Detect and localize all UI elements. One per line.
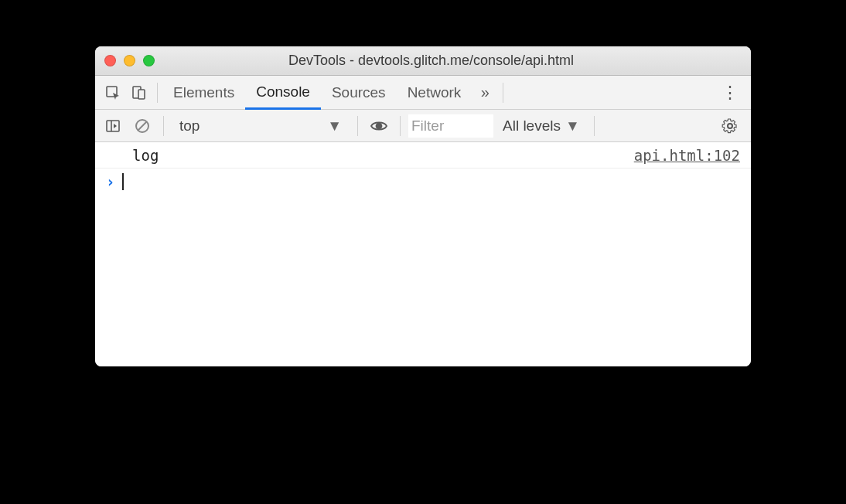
filter-input[interactable] [408, 114, 493, 138]
console-output: log api.html:102 › [95, 142, 751, 366]
titlebar: DevTools - devtools.glitch.me/console/ap… [95, 46, 751, 76]
devtools-window: DevTools - devtools.glitch.me/console/ap… [95, 46, 751, 366]
dropdown-caret-icon: ▼ [327, 117, 342, 135]
menu-kebab-icon[interactable]: ⋮ [714, 83, 746, 103]
clear-console-icon[interactable] [129, 113, 155, 139]
toggle-sidebar-icon[interactable] [100, 113, 126, 139]
svg-rect-3 [107, 121, 119, 131]
log-levels-selector[interactable]: All levels ▼ [496, 117, 586, 135]
divider [503, 83, 503, 103]
tab-sources[interactable]: Sources [321, 76, 397, 110]
divider [357, 116, 358, 136]
live-expression-eye-icon[interactable] [366, 113, 392, 139]
divider [163, 116, 164, 136]
prompt-caret-icon: › [106, 173, 114, 190]
divider [157, 83, 158, 103]
close-window-button[interactable] [104, 55, 116, 66]
console-prompt[interactable]: › [95, 169, 751, 195]
source-link[interactable]: api.html:102 [634, 147, 740, 164]
divider [400, 116, 401, 136]
context-value: top [179, 117, 200, 135]
more-tabs-icon[interactable]: » [472, 80, 498, 106]
window-title: DevTools - devtools.glitch.me/console/ap… [121, 53, 742, 69]
tab-network[interactable]: Network [397, 76, 472, 110]
console-toolbar: top ▼ All levels ▼ [95, 110, 751, 142]
divider [594, 116, 595, 136]
main-tabbar: Elements Console Sources Network » ⋮ [95, 76, 751, 110]
tab-elements[interactable]: Elements [162, 76, 245, 110]
log-message: log [132, 147, 159, 164]
svg-rect-2 [138, 90, 145, 99]
svg-line-6 [138, 121, 147, 130]
svg-point-7 [377, 123, 382, 128]
log-entry[interactable]: log api.html:102 [95, 142, 751, 169]
tab-console[interactable]: Console [245, 76, 321, 110]
device-toolbar-icon[interactable] [126, 80, 152, 106]
dropdown-caret-icon: ▼ [565, 117, 580, 135]
inspect-element-icon[interactable] [100, 80, 126, 106]
levels-label: All levels [503, 117, 561, 135]
console-settings-icon[interactable] [714, 117, 746, 135]
input-cursor [122, 173, 124, 190]
context-selector[interactable]: top ▼ [172, 117, 350, 135]
